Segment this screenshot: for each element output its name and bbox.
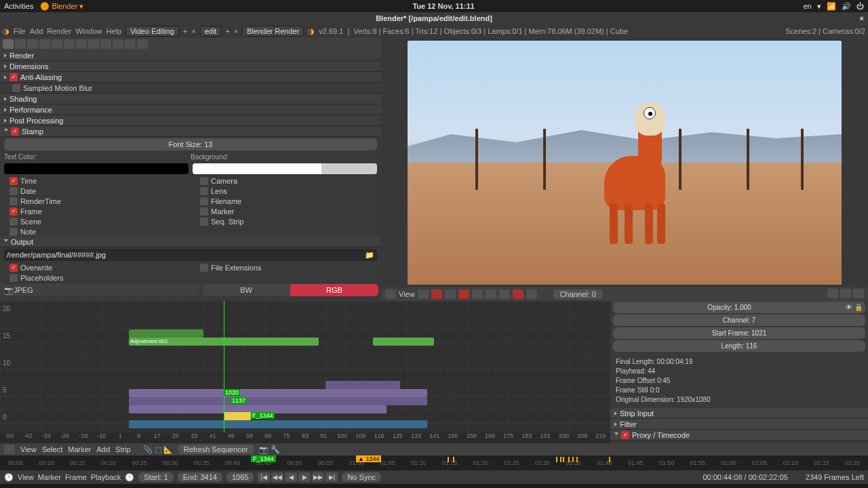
- browse-icon[interactable]: 📁: [365, 251, 374, 260]
- preview-mode-8-icon[interactable]: [513, 289, 524, 299]
- textcolor-swatch[interactable]: [4, 163, 189, 174]
- strip-adjustment-3[interactable]: [373, 338, 434, 346]
- strip-selected[interactable]: [224, 412, 251, 420]
- tab-render-icon[interactable]: [3, 39, 14, 49]
- stamp-opt-time[interactable]: ✓Time: [0, 176, 191, 186]
- panel-motionblur[interactable]: Sampled Motion Blur: [0, 83, 381, 94]
- stamp-opt-note[interactable]: Note: [0, 226, 191, 237]
- preview-opt-1-icon[interactable]: [827, 289, 838, 298]
- engine-selector[interactable]: Blender Render: [242, 26, 304, 37]
- preview-opt-2-icon[interactable]: [840, 289, 851, 298]
- checkbox-icon[interactable]: [9, 187, 18, 195]
- menu-window[interactable]: Window: [75, 27, 102, 35]
- preview-mode-3-icon[interactable]: [445, 289, 456, 299]
- strip-audio-1[interactable]: [129, 420, 427, 428]
- playhead[interactable]: 1020 1137 F_1344: [224, 301, 224, 443]
- strip-startframe[interactable]: Start Frame: 1021: [613, 327, 865, 339]
- checkbox-icon[interactable]: [200, 187, 208, 195]
- preview-mode-7-icon[interactable]: [499, 289, 510, 299]
- eye-icon[interactable]: 👁 🔒: [846, 302, 863, 313]
- seq-menu-view[interactable]: View: [20, 445, 37, 453]
- panel-render[interactable]: Render: [0, 50, 381, 61]
- format-selector[interactable]: 📷 JPEG: [0, 284, 199, 296]
- remove-layout-icon[interactable]: ×: [191, 27, 195, 35]
- preview-mode-9-icon[interactable]: [526, 289, 537, 299]
- fileext-checkbox[interactable]: [200, 264, 208, 272]
- timeline[interactable]: 00:0500:1000:1500:2000:2500:3000:3500:40…: [0, 455, 868, 470]
- preview-mode-1-icon[interactable]: [418, 289, 429, 299]
- tl-editor-icon[interactable]: 🕐: [4, 473, 14, 482]
- panel-proxy[interactable]: ✓Proxy / Timecode: [610, 430, 868, 441]
- aa-checkbox[interactable]: ✓: [9, 73, 18, 81]
- stamp-opt-camera[interactable]: Camera: [191, 176, 381, 186]
- menu-add[interactable]: Add: [30, 27, 43, 35]
- colormode-rgb[interactable]: RGB: [290, 284, 378, 296]
- tl-menu-playback[interactable]: Playback: [91, 473, 121, 481]
- smb-checkbox[interactable]: [12, 84, 20, 92]
- tab-particles-icon[interactable]: [125, 39, 136, 49]
- strip-video-3[interactable]: [129, 397, 427, 405]
- checkbox-icon[interactable]: ✓: [9, 207, 18, 216]
- strip-video-1[interactable]: [326, 381, 400, 389]
- stamp-opt-frame[interactable]: ✓Frame: [0, 206, 191, 216]
- preview-mode-6-icon[interactable]: [486, 289, 496, 299]
- preview-mode-4-icon[interactable]: [458, 289, 469, 299]
- add-scene-icon[interactable]: +: [225, 27, 229, 35]
- scene-selector[interactable]: edit: [200, 26, 222, 37]
- panel-performance[interactable]: Performance: [0, 104, 381, 115]
- tl-clock-icon[interactable]: 🕐: [125, 473, 134, 482]
- checkbox-icon[interactable]: [200, 177, 208, 185]
- tab-scene-icon[interactable]: [27, 39, 38, 49]
- keyframe-next-icon[interactable]: ▶▶: [312, 472, 324, 482]
- menu-render[interactable]: Render: [47, 27, 71, 35]
- tl-menu-view[interactable]: View: [18, 473, 34, 481]
- jump-end-icon[interactable]: ▶|: [326, 472, 338, 482]
- editor-type-icon[interactable]: [385, 289, 396, 299]
- tab-world-icon[interactable]: [39, 39, 50, 49]
- preview-mode-5-icon[interactable]: [472, 289, 483, 299]
- strip-length[interactable]: Length: 116: [613, 340, 865, 352]
- power-icon[interactable]: ⏻: [856, 2, 864, 10]
- seq-menu-marker[interactable]: Marker: [68, 445, 91, 453]
- add-layout-icon[interactable]: +: [183, 27, 187, 35]
- layout-selector[interactable]: Video Editing: [125, 26, 179, 37]
- background-swatch[interactable]: [193, 163, 377, 174]
- colormode-bw[interactable]: BW: [202, 284, 290, 296]
- sync-mode[interactable]: No Sync: [342, 472, 381, 482]
- tl-menu-marker[interactable]: Marker: [38, 473, 61, 481]
- panel-dimensions[interactable]: Dimensions: [0, 61, 381, 72]
- seq-menu-strip[interactable]: Strip: [115, 445, 131, 453]
- stamp-opt-filename[interactable]: Filename: [191, 196, 381, 206]
- tl-menu-frame[interactable]: Frame: [65, 473, 87, 481]
- preview-channel[interactable]: Channel: 0: [553, 289, 603, 299]
- checkbox-icon[interactable]: [200, 207, 208, 216]
- checkbox-icon[interactable]: [9, 197, 18, 205]
- start-frame-field[interactable]: Start: 1: [138, 472, 173, 482]
- tab-data-icon[interactable]: [88, 39, 99, 49]
- stamp-opt-date[interactable]: Date: [0, 186, 191, 196]
- proxy-checkbox[interactable]: ✓: [621, 431, 629, 439]
- tab-layers-icon[interactable]: [15, 39, 26, 49]
- stamp-checkbox[interactable]: ✓: [11, 127, 19, 136]
- stamp-opt-scene[interactable]: Scene: [0, 216, 191, 226]
- strip-adjustment-1[interactable]: [129, 329, 203, 338]
- checkbox-icon[interactable]: [9, 218, 18, 226]
- app-name[interactable]: 🟠 Blender ▾: [40, 2, 83, 11]
- stamp-opt-lens[interactable]: Lens: [191, 186, 381, 196]
- preview-view-menu[interactable]: View: [399, 290, 415, 298]
- preview-opt-3-icon[interactable]: [853, 289, 864, 298]
- panel-filter[interactable]: Filter: [610, 419, 868, 430]
- jump-start-icon[interactable]: |◀: [258, 472, 270, 482]
- seq-menu-add[interactable]: Add: [96, 445, 110, 453]
- tab-constraint-icon[interactable]: [64, 39, 75, 49]
- strip-channel[interactable]: Channel: 7: [613, 314, 865, 326]
- sequencer-ruler[interactable]: -50-42-34-26-18-101917253341495866758391…: [0, 432, 610, 443]
- strip-video-2[interactable]: [129, 389, 427, 397]
- menu-file[interactable]: File: [14, 27, 26, 35]
- seq-editor-icon[interactable]: [4, 445, 15, 454]
- end-frame-field[interactable]: End: 3414: [178, 472, 222, 482]
- lang-indicator[interactable]: en: [804, 2, 812, 10]
- blender-icon[interactable]: ◑: [3, 27, 9, 36]
- checkbox-icon[interactable]: [200, 218, 208, 226]
- tab-material-icon[interactable]: [100, 39, 111, 49]
